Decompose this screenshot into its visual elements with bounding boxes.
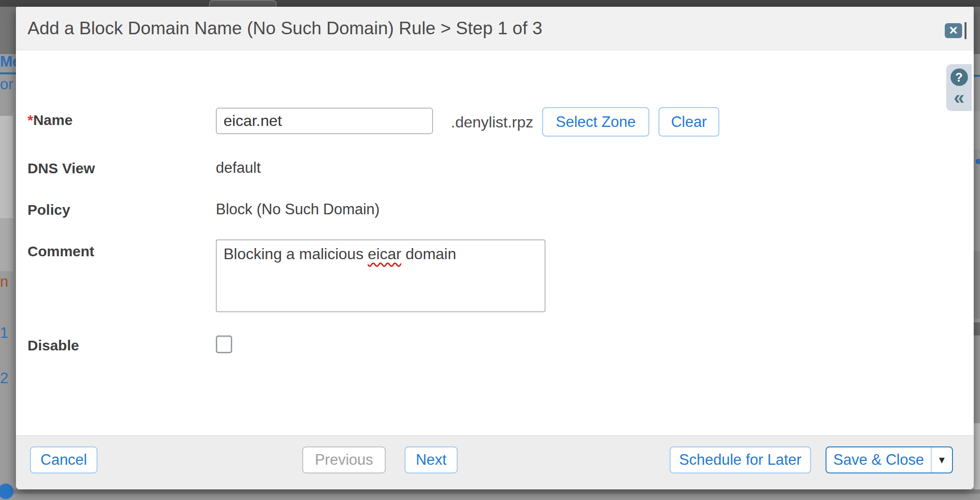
background-blue-line <box>974 75 980 77</box>
comment-text: domain <box>401 245 456 263</box>
save-and-close-button[interactable]: Save & Close ▼ <box>826 446 953 473</box>
comment-textarea[interactable]: Blocking a malicious eicar domain <box>216 239 546 312</box>
background-row-band <box>974 423 980 489</box>
comment-text: Blocking a malicious <box>224 245 368 263</box>
background-row-band <box>974 322 980 335</box>
next-button[interactable]: Next <box>405 446 458 473</box>
background-text-fragment: 2 <box>0 370 13 387</box>
background-text-fragment: n <box>0 273 13 291</box>
dns-view-value: default <box>216 159 261 177</box>
page-overlay-top <box>0 0 980 7</box>
dialog-title: Add a Block Domain Name (No Such Domain)… <box>28 18 542 39</box>
save-and-close-label[interactable]: Save & Close <box>826 451 931 469</box>
schedule-for-later-button[interactable]: Schedule for Later <box>670 446 811 473</box>
cancel-button[interactable]: Cancel <box>30 446 98 473</box>
save-dropdown-icon[interactable]: ▼ <box>932 455 952 466</box>
collapse-panel-icon[interactable]: « <box>953 88 964 107</box>
help-icon[interactable]: ? <box>951 69 968 86</box>
policy-value: Block (No Such Domain) <box>216 201 379 218</box>
background-tab-underline <box>0 72 16 74</box>
background-text-fragment: or <box>0 76 16 93</box>
name-label: *Name <box>28 112 72 128</box>
background-text-fragment: Me <box>0 53 16 70</box>
help-side-tab: ? « <box>946 64 972 111</box>
dialog-footer: Cancel Previous Next Schedule for Later … <box>16 435 974 489</box>
background-left-dark <box>0 7 16 54</box>
dns-view-label: DNS View <box>28 160 95 177</box>
required-marker: * <box>28 112 33 128</box>
background-blue-dot <box>976 159 980 164</box>
background-panel <box>0 116 13 218</box>
dialog-titlebar: Add a Block Domain Name (No Such Domain)… <box>16 7 974 50</box>
add-rule-dialog: Add a Block Domain Name (No Such Domain)… <box>16 7 974 489</box>
background-bottom-strip <box>0 489 980 494</box>
titlebar-divider <box>965 22 966 39</box>
disable-label: Disable <box>28 337 79 354</box>
disable-checkbox[interactable] <box>216 335 232 353</box>
background-row-band <box>974 251 980 319</box>
zone-suffix-label: .denylist.rpz <box>451 113 533 131</box>
clear-button[interactable]: Clear <box>658 107 719 137</box>
comment-label: Comment <box>28 243 94 260</box>
background-panel <box>0 218 13 271</box>
background-right-dark <box>974 7 980 54</box>
background-text-fragment: 1 <box>0 324 13 342</box>
background-bottom-strip <box>0 494 980 500</box>
background-row-band <box>974 111 980 150</box>
previous-button[interactable]: Previous <box>302 446 386 473</box>
comment-misspelled-word: eicar <box>368 245 401 263</box>
name-input[interactable] <box>216 108 433 134</box>
select-zone-button[interactable]: Select Zone <box>542 107 649 137</box>
policy-label: Policy <box>28 202 70 218</box>
close-icon[interactable]: ✕ <box>945 23 962 38</box>
